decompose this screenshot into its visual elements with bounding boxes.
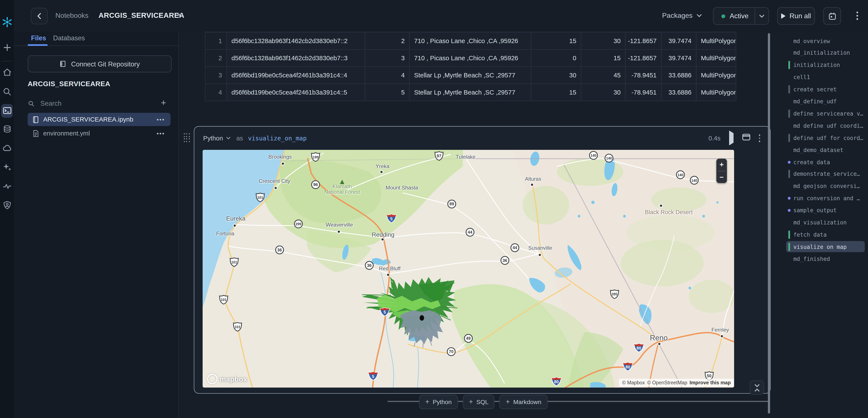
- packages-menu[interactable]: Packages: [662, 11, 702, 19]
- notebook-scrollbar[interactable]: [768, 33, 770, 414]
- cell-options-kebab[interactable]: [759, 134, 760, 142]
- table-cell: 30: [581, 84, 625, 101]
- tab-databases[interactable]: Databases: [53, 34, 85, 42]
- map-label-tulelake: Tulelake: [456, 154, 475, 160]
- play-icon: [781, 13, 785, 19]
- mapbox-logo[interactable]: ◠ mapbox: [207, 374, 247, 384]
- attribution-osm[interactable]: © OpenStreetMap: [647, 380, 687, 385]
- outline-marker-gray-bar: [788, 170, 790, 178]
- add-file-plus-icon[interactable]: +: [161, 98, 166, 108]
- zoom-out-button[interactable]: −: [716, 171, 727, 183]
- outline-item-fetch_data[interactable]: fetch_data: [786, 229, 865, 240]
- cell-as-label: as: [236, 135, 243, 141]
- breadcrumb-title[interactable]: ARCGIS_SERVICEAREA: [98, 11, 184, 20]
- outline-item-define_udf_for_coord[interactable]: define_udf_for_coord…: [786, 132, 865, 143]
- route-shield-circle-96: 96: [310, 179, 321, 193]
- map-label-reno: Reno: [650, 334, 668, 342]
- button-divider: [755, 8, 755, 24]
- map-label-eureka: Eureka: [226, 215, 246, 222]
- back-button[interactable]: [31, 8, 48, 24]
- add-cell-label: Markdown: [513, 399, 541, 405]
- attribution-mapbox[interactable]: © Mapbox: [622, 380, 645, 385]
- map-label-klamath-national-forest: Klamath National Forest: [324, 184, 360, 196]
- admin-shield-icon[interactable]: [2, 200, 12, 210]
- status-dropdown-button[interactable]: Active: [713, 7, 769, 25]
- plus-icon: +: [506, 397, 510, 406]
- cell-language-dropdown[interactable]: Python: [203, 135, 231, 141]
- sparkles-ai-icon[interactable]: [2, 162, 12, 172]
- add-markdown-cell-button[interactable]: +Markdown: [500, 395, 548, 409]
- outline-item-md_geojson_conversi[interactable]: md_geojson_conversi…: [786, 181, 865, 192]
- outline-item-create_data[interactable]: create_data: [786, 156, 865, 168]
- outline-item-visualize_on_map[interactable]: visualize_on_map: [786, 241, 865, 252]
- outline-item-sample_output[interactable]: sample_output: [786, 205, 865, 216]
- table-row: 2d56f6bc1328ab963f1462cb2d3830eb7::33710…: [205, 50, 736, 67]
- cloud-icon[interactable]: [2, 143, 12, 153]
- breadcrumb-section[interactable]: Notebooks: [55, 11, 88, 19]
- route-shield-interstate-80: 80: [622, 360, 634, 375]
- home-icon[interactable]: [2, 67, 12, 78]
- run-all-button[interactable]: Run all: [777, 7, 815, 25]
- new-plus-icon[interactable]: [3, 43, 11, 52]
- outline-item-create_secret[interactable]: create_secret: [786, 84, 865, 95]
- notebooks-terminal-icon[interactable]: [2, 106, 12, 115]
- output-panel-icon[interactable]: [742, 133, 750, 143]
- map-city-dot: [380, 171, 382, 173]
- table-cell: 3: [365, 50, 409, 66]
- chevron-down-icon[interactable]: [759, 12, 765, 20]
- outline-item-label: demonstrate_service…: [793, 171, 860, 177]
- svg-text:36: 36: [277, 248, 282, 252]
- outline-item-run_conversion_and_[interactable]: run_conversion_and_…: [786, 193, 865, 204]
- add-sql-cell-button[interactable]: +SQL: [463, 395, 495, 409]
- add-cell-label: Python: [433, 399, 452, 405]
- outline-item-md_finished[interactable]: md_finished: [786, 253, 865, 265]
- search-icon[interactable]: [2, 87, 12, 97]
- run-cell-button[interactable]: [729, 133, 734, 143]
- file-item-environment[interactable]: environment.yml •••: [28, 127, 170, 140]
- outline-item-define_servicearea_v[interactable]: define_servicearea_v…: [786, 108, 865, 119]
- search-input[interactable]: [39, 99, 141, 108]
- attribution-improve-link[interactable]: Improve this map: [689, 380, 731, 385]
- zoom-in-button[interactable]: +: [716, 159, 727, 170]
- cell-drag-handle[interactable]: [183, 133, 191, 143]
- table-cell: 4: [365, 67, 409, 83]
- outline-item-md_initialization[interactable]: md_initialization: [786, 47, 865, 59]
- table-cell: -78.9451: [626, 84, 662, 101]
- add-cell-buttons: +Python+SQL+Markdown: [419, 395, 548, 409]
- notebook-cell-visualize-on-map: Python as visualize_on_map 0.4s: [194, 126, 771, 393]
- outline-item-md_overview[interactable]: md_overview: [786, 35, 865, 46]
- route-shield-interstate-80: 80: [550, 375, 563, 388]
- outline-item-md_demo_dataset[interactable]: md_demo_dataset: [786, 144, 865, 155]
- outline-item-md_define_udf[interactable]: md_define_udf: [786, 96, 865, 107]
- route-shield-circle-36: 36: [499, 255, 510, 268]
- outline-item-demonstrate_service[interactable]: demonstrate_service…: [786, 169, 865, 180]
- connect-git-button[interactable]: Connect Git Repository: [28, 55, 172, 72]
- snowflake-logo-icon[interactable]: [1, 16, 13, 28]
- sidebar-section-title: ARCGIS_SERVICEAREA: [28, 80, 110, 88]
- outline-item-cell1[interactable]: cell1: [786, 72, 865, 83]
- activity-pulse-icon[interactable]: [2, 181, 12, 191]
- add-python-cell-button[interactable]: +Python: [419, 395, 458, 409]
- more-options-kebab[interactable]: [853, 9, 861, 22]
- schedule-button[interactable]: [823, 7, 841, 25]
- file-options-kebab[interactable]: •••: [157, 130, 165, 136]
- title-caret-icon[interactable]: [177, 14, 182, 16]
- dataframe-output-table[interactable]: 1d56f6bc1328ab963f1462cb2d3830eb7::22710…: [205, 32, 736, 101]
- file-options-kebab[interactable]: •••: [157, 116, 165, 123]
- route-shield-circle-140: 140: [603, 152, 615, 166]
- outline-item-md_visualization[interactable]: md_visualization: [786, 217, 865, 228]
- collapse-output-button[interactable]: [749, 381, 764, 395]
- database-icon[interactable]: [2, 124, 12, 134]
- map-label-redding: Redding: [372, 231, 395, 238]
- outline-item-initialization[interactable]: initialization: [786, 60, 865, 71]
- map-canvas[interactable]: BrookingsCrescent CityYrekaTulelakeMount…: [203, 150, 734, 388]
- rail-divider: [1, 61, 13, 62]
- file-item-notebook[interactable]: ARCGIS_SERVICEAREA.ipynb •••: [28, 113, 170, 126]
- route-shield-us-101: 101: [254, 191, 267, 206]
- cell-name[interactable]: visualize_on_map: [248, 135, 307, 142]
- outline-item-label: md_initialization: [793, 50, 850, 56]
- outline-item-md_define_udf_coordi[interactable]: md_define_udf_coordi…: [786, 120, 865, 131]
- tab-files[interactable]: Files: [31, 34, 46, 42]
- status-green-dot: [721, 14, 725, 18]
- map-city-dot: [531, 183, 533, 186]
